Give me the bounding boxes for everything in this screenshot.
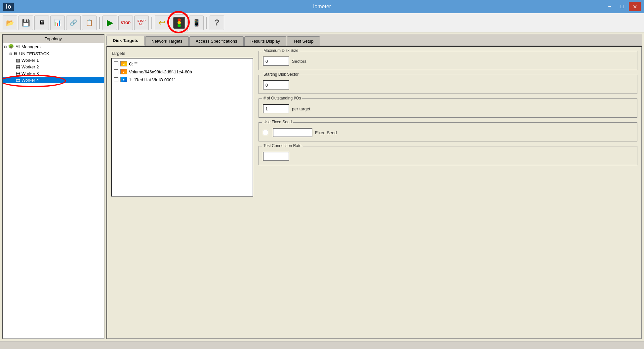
maximize-button[interactable]: □ xyxy=(616,2,628,11)
window-title: Iometer xyxy=(313,4,331,10)
topology-panel: Topology ⊟ 🌳 All Managers ⊟ 🖥 UNITEDSTAC… xyxy=(2,34,104,339)
save-icon: 💾 xyxy=(22,19,30,27)
separator-1 xyxy=(99,17,100,29)
target-item-volume: V Volume{646a98fd-2d8f-11e4-80b xyxy=(113,68,251,76)
max-disk-size-label: Maximum Disk Size xyxy=(262,48,300,53)
toolbar: 📂 💾 🖥 📊 🔗 📋 ▶ STOP STOPALL ↩ xyxy=(0,13,644,32)
max-disk-size-unit: Sectors xyxy=(292,59,306,64)
outstanding-ios-label: # of Outstanding I/Os xyxy=(262,96,302,100)
disk-icon-vol: V xyxy=(120,69,127,74)
traffic-light-icon xyxy=(173,17,185,29)
settings2-button[interactable]: 📱 xyxy=(189,16,204,30)
max-disk-size-group: Maximum Disk Size Sectors xyxy=(259,51,637,70)
start-icon: ▶ xyxy=(107,18,113,27)
network-icon: 🔗 xyxy=(70,19,77,26)
tree-icon-unitedstack: 🖥 xyxy=(13,51,18,56)
tab-test-setup[interactable]: Test Setup xyxy=(287,36,320,46)
worker3-label: Worker 3 xyxy=(21,71,39,76)
tree-icon-worker4: ▤ xyxy=(16,77,20,83)
targets-section: Targets C C: "" V Volume{646a98fd-2d8f-1… xyxy=(111,51,253,334)
close-button[interactable]: ✕ xyxy=(629,2,641,11)
network-button[interactable]: 🔗 xyxy=(66,16,81,30)
target-label-volume: Volume{646a98fd-2d8f-11e4-80b xyxy=(129,69,192,74)
starting-disk-sector-input[interactable] xyxy=(263,80,289,90)
target-checkbox-c[interactable] xyxy=(114,61,118,66)
worker4-label: Worker 4 xyxy=(21,78,39,83)
tree-icon-worker1: ▤ xyxy=(16,58,20,63)
disk-icon-virtio: ■ xyxy=(120,77,127,82)
outstanding-ios-unit: per target xyxy=(292,106,310,111)
outstanding-ios-input[interactable] xyxy=(263,104,289,113)
test-connection-rate-input[interactable] xyxy=(263,152,289,161)
title-bar: Io Iometer − □ ✕ xyxy=(0,0,644,13)
worker2-label: Worker 2 xyxy=(21,64,39,69)
display-icon: 🖥 xyxy=(39,19,45,26)
tree-item-worker2[interactable]: ▤ Worker 2 xyxy=(3,63,104,70)
display-button[interactable]: 🖥 xyxy=(34,16,49,30)
back-button[interactable]: ↩ xyxy=(155,16,169,30)
test-connection-rate-label: Test Connection Rate xyxy=(262,143,303,148)
open-button[interactable]: 📂 xyxy=(3,16,17,30)
tree-item-all-managers[interactable]: ⊟ 🌳 All Managers xyxy=(3,43,104,50)
tree-item-unitedstack[interactable]: ⊟ 🖥 UNITEDSTACK xyxy=(3,50,104,57)
main-content: Topology ⊟ 🌳 All Managers ⊟ 🖥 UNITEDSTAC… xyxy=(0,32,644,341)
separator-3 xyxy=(206,17,207,29)
content-panel: Targets C C: "" V Volume{646a98fd-2d8f-1… xyxy=(106,46,642,339)
results-button[interactable]: 📊 xyxy=(50,16,65,30)
status-bar xyxy=(0,341,644,349)
settings-section: Maximum Disk Size Sectors Starting Disk … xyxy=(259,51,637,334)
target-item-c: C C: "" xyxy=(113,60,251,68)
test-connection-rate-group: Test Connection Rate xyxy=(259,146,637,165)
start-button[interactable]: ▶ xyxy=(102,16,117,30)
copy-button[interactable]: 📋 xyxy=(82,16,97,30)
back-icon: ↩ xyxy=(158,18,166,28)
target-label-c: C: "" xyxy=(129,61,138,66)
expand-unitedstack[interactable]: ⊟ xyxy=(9,52,12,56)
copy-icon: 📋 xyxy=(86,19,93,26)
stop-all-icon: STOPALL xyxy=(138,19,145,26)
tree-item-worker4[interactable]: ▤ Worker 4 xyxy=(3,77,104,83)
tab-disk-targets[interactable]: Disk Targets xyxy=(106,36,144,46)
fixed-seed-checkbox[interactable] xyxy=(263,130,268,135)
save-button[interactable]: 💾 xyxy=(19,16,33,30)
app-logo: Io xyxy=(3,3,14,11)
stop-all-button[interactable]: STOPALL xyxy=(134,16,149,30)
disk-icon-c: C xyxy=(120,61,127,66)
target-checkbox-virtio[interactable] xyxy=(114,77,118,82)
fixed-seed-input[interactable] xyxy=(273,128,312,137)
all-managers-label: All Managers xyxy=(16,44,41,49)
target-label-virtio: 1: "Red Hat VirtIO 0001" xyxy=(129,77,176,82)
outstanding-ios-group: # of Outstanding I/Os per target xyxy=(259,98,637,118)
tree-icon-all-managers: 🌳 xyxy=(8,44,14,50)
results-icon: 📊 xyxy=(54,19,61,26)
traffic-light-button[interactable] xyxy=(171,14,188,31)
tab-results-display[interactable]: Results Display xyxy=(244,36,287,46)
expand-all-managers[interactable]: ⊟ xyxy=(4,45,7,49)
right-panel: Disk Targets Network Targets Access Spec… xyxy=(106,34,642,339)
tree-icon-worker3: ▤ xyxy=(16,71,20,76)
tab-network-targets[interactable]: Network Targets xyxy=(145,36,189,46)
topology-header: Topology xyxy=(3,35,104,43)
target-checkbox-volume[interactable] xyxy=(114,69,118,74)
target-item-virtio: ■ 1: "Red Hat VirtIO 0001" xyxy=(113,76,251,84)
separator-2 xyxy=(151,17,152,29)
traffic-light-wrapper xyxy=(171,14,188,31)
fixed-seed-group: Use Fixed Seed Fixed Seed xyxy=(259,122,637,141)
max-disk-size-input[interactable] xyxy=(263,57,289,66)
stop-button[interactable]: STOP xyxy=(118,16,133,30)
open-icon: 📂 xyxy=(6,19,14,27)
tree-item-worker1[interactable]: ▤ Worker 1 xyxy=(3,57,104,63)
help-button[interactable]: ? xyxy=(210,16,224,30)
unitedstack-label: UNITEDSTACK xyxy=(19,51,49,56)
starting-disk-sector-group: Starting Disk Sector xyxy=(259,75,637,94)
minimize-button[interactable]: − xyxy=(604,2,616,11)
targets-label: Targets xyxy=(111,51,253,56)
tree-icon-worker2: ▤ xyxy=(16,64,20,69)
settings2-icon: 📱 xyxy=(192,19,201,27)
tab-access-specifications[interactable]: Access Specifications xyxy=(189,36,244,46)
stop-icon: STOP xyxy=(121,21,131,25)
tab-bar: Disk Targets Network Targets Access Spec… xyxy=(106,34,642,46)
worker1-label: Worker 1 xyxy=(21,58,39,63)
targets-list[interactable]: C C: "" V Volume{646a98fd-2d8f-11e4-80b … xyxy=(111,58,253,197)
tree-item-worker3[interactable]: ▤ Worker 3 xyxy=(3,70,104,77)
